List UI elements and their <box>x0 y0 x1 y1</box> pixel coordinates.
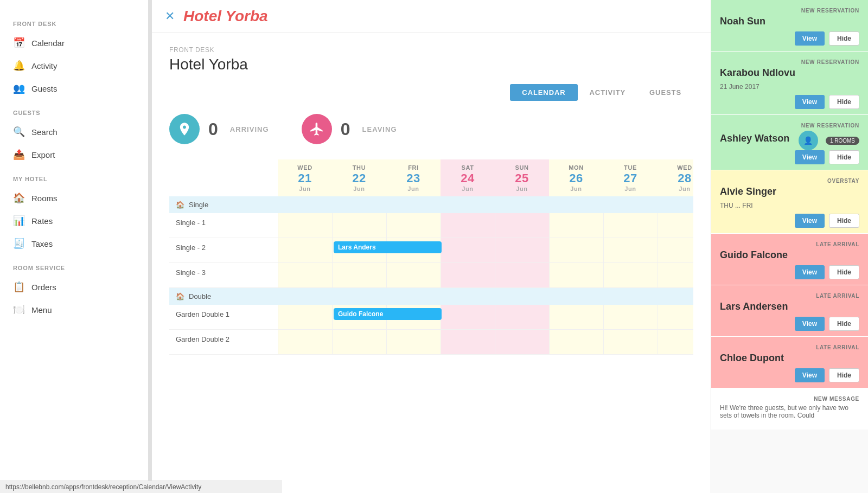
activity-icon: 🔔 <box>13 60 25 72</box>
tab-activity[interactable]: ACTIVITY <box>578 84 638 101</box>
cal-header-wed21: WED 21 Jun <box>278 159 332 196</box>
search-icon: 🔍 <box>13 126 25 138</box>
cal-header-empty <box>169 159 278 196</box>
hide-button-chloe[interactable]: Hide <box>829 368 859 382</box>
hide-button-noah[interactable]: Hide <box>829 31 859 46</box>
sidebar-item-calendar[interactable]: 📅 Calendar <box>0 31 151 54</box>
cal-cell-s3-sun25 <box>495 263 549 288</box>
sidebar-item-guests[interactable]: 👥 Guests <box>0 77 151 100</box>
notif-chloe: LATE ARRIVAL Chloe Dupont View Hide <box>711 337 868 388</box>
cal-header-sat24: SAT 24 Jun <box>441 159 495 196</box>
notif-lars: LATE ARRIVAL Lars Andersen View Hide <box>711 285 868 337</box>
view-button-noah[interactable]: View <box>795 31 825 46</box>
view-button-lars[interactable]: View <box>795 317 825 331</box>
sidebar-item-search[interactable]: 🔍 Search <box>0 120 151 143</box>
notif-message: NEW MESSAGE Hi! We're three guests, but … <box>711 388 868 430</box>
stats-row: 0 ARRIVING 0 LEAVING <box>169 114 693 144</box>
notif-actions-chloe: View Hide <box>720 368 859 382</box>
leaving-count: 0 <box>341 119 350 139</box>
sidebar-item-menu[interactable]: 🍽️ Menu <box>0 298 151 321</box>
ashley-avatar: 👤 <box>799 131 818 150</box>
double-section-icon: 🏠 <box>176 292 184 300</box>
right-panel: NEW RESERVATION Noah Sun View Hide NEW R… <box>711 0 868 493</box>
notif-ashley: NEW RESERVATION Ashley Watson 👤 1 ROOMS … <box>711 115 868 170</box>
notif-name-karabou: Karabou Ndlovu <box>720 67 859 79</box>
sidebar-item-taxes[interactable]: 🧾 Taxes <box>0 232 151 255</box>
sidebar-item-label-taxes: Taxes <box>31 239 53 248</box>
sidebar-item-label-orders: Orders <box>31 283 56 292</box>
status-url: https://bellebnb.com/apps/frontdesk/rece… <box>5 483 201 491</box>
cal-cell-s2-wed28 <box>658 238 693 263</box>
sidebar-item-rates[interactable]: 📊 Rates <box>0 209 151 232</box>
cal-cell-s2-sat24 <box>441 238 495 263</box>
cal-cell-gd2-sat24 <box>441 330 495 355</box>
room-garden-double1-label: Garden Double 1 <box>169 305 278 330</box>
sidebar-item-export[interactable]: 📤 Export <box>0 143 151 166</box>
sidebar-item-activity[interactable]: 🔔 Activity <box>0 54 151 77</box>
cal-header-fri23: FRI 23 Jun <box>386 159 441 196</box>
room-single2-label: Single - 2 <box>169 238 278 263</box>
notif-name-alvie: Alvie Singer <box>720 186 859 197</box>
cal-cell-s1-sun25 <box>495 213 549 238</box>
booking-guido-falcone[interactable]: Guido Falcone <box>334 308 442 320</box>
room-garden-double2-label: Garden Double 2 <box>169 330 278 355</box>
notif-type-noah: NEW RESERVATION <box>720 8 859 14</box>
notif-type-ashley: NEW RESERVATION <box>720 123 859 129</box>
cal-section-single: 🏠 Single <box>169 196 693 213</box>
cal-cell-gd1-tue27 <box>603 305 658 330</box>
hide-button-karabou[interactable]: Hide <box>829 95 859 109</box>
hide-button-alvie[interactable]: Hide <box>829 214 859 228</box>
cal-cell-gd2-wed21 <box>278 330 332 355</box>
cal-cell-s3-wed28 <box>658 263 693 288</box>
sidebar-item-rooms[interactable]: 🏠 Rooms <box>0 187 151 209</box>
leaving-icon <box>302 114 332 144</box>
tab-guests[interactable]: GUESTS <box>637 84 693 101</box>
view-button-ashley[interactable]: View <box>795 150 825 164</box>
rooms-icon: 🏠 <box>13 192 25 204</box>
cal-cell-gd2-mon26 <box>549 330 603 355</box>
sidebar-item-label-guests: Guests <box>31 84 58 93</box>
sidebar-section-label-frontdesk: FRONT DESK <box>0 11 151 31</box>
notif-name-guido: Guido Falcone <box>720 249 859 261</box>
cal-cell-gd2-fri23 <box>386 330 441 355</box>
tab-calendar[interactable]: CALENDAR <box>510 84 577 101</box>
notif-type-guido: LATE ARRIVAL <box>720 241 859 247</box>
view-button-chloe[interactable]: View <box>795 368 825 382</box>
cal-cell-s2-sun25 <box>495 238 549 263</box>
notif-actions-lars: View Hide <box>720 317 859 331</box>
calendar-wrapper: WED 21 Jun THU 22 Jun FRI 23 Jun SAT 24 <box>169 159 693 355</box>
cal-cell-gd1-thu22: Guido Falcone <box>332 305 386 330</box>
notif-type-karabou: NEW RESERVATION <box>720 59 859 65</box>
cal-cell-gd1-sun25 <box>495 305 549 330</box>
notif-actions-guido: View Hide <box>720 265 859 279</box>
cal-cell-s3-tue27 <box>603 263 658 288</box>
cal-cell-s3-fri23 <box>386 263 441 288</box>
hide-button-ashley[interactable]: Hide <box>829 150 859 164</box>
close-button[interactable]: ✕ <box>165 10 175 22</box>
hide-button-lars[interactable]: Hide <box>829 317 859 331</box>
view-button-alvie[interactable]: View <box>795 214 825 228</box>
notif-actions-noah: View Hide <box>720 31 859 46</box>
content-area: FRONT DESK Hotel Yorba CALENDAR ACTIVITY… <box>152 33 711 493</box>
view-button-karabou[interactable]: View <box>795 95 825 109</box>
notif-karabou: NEW RESERVATION Karabou Ndlovu 21 June 2… <box>711 52 868 115</box>
cal-cell-s3-sat24 <box>441 263 495 288</box>
arriving-label: ARRIVING <box>230 125 269 133</box>
main-area: ✕ Hotel Yorba FRONT DESK Hotel Yorba CAL… <box>152 0 711 493</box>
notif-type-alvie: OVERSTAY <box>720 178 859 184</box>
cal-cell-s1-sat24 <box>441 213 495 238</box>
export-icon: 📤 <box>13 149 25 161</box>
sidebar-section-roomservice: ROOM SERVICE 📋 Orders 🍽️ Menu <box>0 255 151 321</box>
booking-lars-anders[interactable]: Lars Anders <box>334 241 442 253</box>
cal-cell-gd1-mon26 <box>549 305 603 330</box>
hide-button-guido[interactable]: Hide <box>829 265 859 279</box>
double-section-label: Double <box>189 292 211 300</box>
sidebar-scrollbar[interactable] <box>148 0 151 493</box>
sidebar-item-orders[interactable]: 📋 Orders <box>0 276 151 298</box>
view-button-guido[interactable]: View <box>795 265 825 279</box>
sidebar-section-label-roomservice: ROOM SERVICE <box>0 255 151 276</box>
ashley-rooms-badge: 1 ROOMS <box>826 137 859 145</box>
cal-cell-s1-tue27 <box>603 213 658 238</box>
cal-cell-s2-wed21 <box>278 238 332 263</box>
cal-cell-gd2-wed28 <box>658 330 693 355</box>
